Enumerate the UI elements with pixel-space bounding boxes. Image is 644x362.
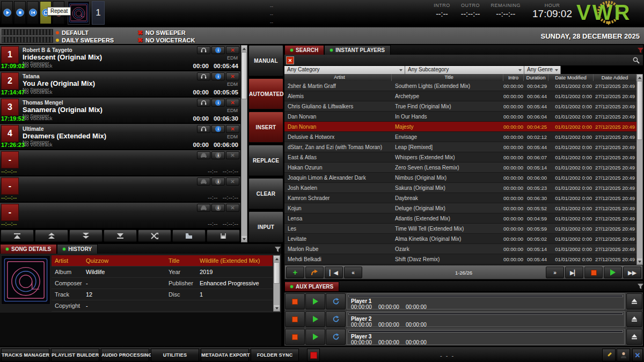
stop-button[interactable] xyxy=(14,1,26,24)
aux-play-button[interactable] xyxy=(305,311,325,327)
table-row[interactable]: 2sher & Martin Graff Southern Lights (Ex… xyxy=(284,81,636,91)
track-info-button[interactable]: i xyxy=(211,99,225,107)
details-scrollbar[interactable] xyxy=(273,255,280,312)
playlist-scrollbar[interactable] xyxy=(241,45,247,242)
user-button[interactable] xyxy=(617,349,630,361)
aux-eject-button[interactable] xyxy=(626,293,642,309)
playlist-item[interactable]: - --:--:-- --:-- --:--:-- i ✕ xyxy=(0,203,240,228)
track-info-button[interactable]: i xyxy=(211,178,225,186)
stop-all-button[interactable] xyxy=(307,349,320,361)
move-down-button[interactable] xyxy=(69,230,103,242)
table-row[interactable]: Marlon Rube Ozark 00:00:00 00:05:14 01/0… xyxy=(284,244,636,254)
column-header-intro[interactable]: Intro xyxy=(503,74,524,81)
scroll-up-icon[interactable] xyxy=(274,256,280,262)
filter-funnel-icon[interactable] xyxy=(638,48,643,53)
next-page-button[interactable]: » xyxy=(546,267,564,278)
table-row[interactable]: Joaquin Limon & Alexander Dark Nimbus (O… xyxy=(284,173,636,183)
aux-eject-button[interactable] xyxy=(626,311,642,327)
mode-button[interactable]: REPLACE xyxy=(248,145,283,176)
remove-track-button[interactable]: ✕ xyxy=(226,151,239,159)
scroll-down-icon[interactable] xyxy=(637,258,642,264)
search-tab[interactable]: INSTANT PLAYERS xyxy=(324,45,391,55)
playlist-item[interactable]: 4 Ultimate Dreamers (Extended Mix) No Sw… xyxy=(0,124,240,150)
aux-stop-button[interactable] xyxy=(285,329,305,345)
playlist-item[interactable]: 2 Tatana You Are (Original Mix) No Sweep… xyxy=(0,71,240,97)
remove-track-button[interactable]: ✕ xyxy=(226,46,239,54)
track-info-button[interactable]: i xyxy=(211,125,225,133)
last-page-button[interactable]: ▶▏ xyxy=(565,267,583,278)
remove-track-button[interactable]: ✕ xyxy=(226,72,239,80)
preview-button[interactable] xyxy=(197,99,210,107)
column-header-date-added[interactable]: Date Added xyxy=(594,74,636,81)
table-row[interactable]: Josh Kaelen Sakura (Original Mix) 00:00:… xyxy=(284,183,636,193)
table-row[interactable]: Kojun Deluge (Original Mix) 00:00:00 00:… xyxy=(284,203,636,213)
playlist-item[interactable]: - --:--:-- --:-- --:--:-- i ✕ xyxy=(0,150,240,176)
remove-track-button[interactable]: ✕ xyxy=(226,125,239,133)
column-header-artist[interactable]: Artist xyxy=(284,74,392,81)
aux-loop-button[interactable] xyxy=(326,329,346,345)
track-info-button[interactable]: i xyxy=(211,204,225,212)
aux-eject-button[interactable] xyxy=(626,329,642,345)
preview-button[interactable] xyxy=(197,125,210,133)
remove-track-button[interactable]: ✕ xyxy=(226,178,239,186)
table-row[interactable]: Kamron Schrader Daybreak 00:00:00 00:06:… xyxy=(284,193,636,203)
filter-dropdown[interactable]: Any Subcategory xyxy=(405,66,524,74)
aux-players-tab[interactable]: AUX PLAYERS xyxy=(284,282,339,291)
play-preview-button[interactable] xyxy=(604,267,622,278)
mode-button[interactable]: CLEAR xyxy=(248,178,283,209)
metadata-export-button[interactable]: METADATA EXPORT xyxy=(201,349,249,361)
exit-button[interactable]: ✕ xyxy=(632,349,643,361)
tracks-manager-button[interactable]: TRACKS MANAGER xyxy=(1,349,49,361)
skip-forward-button[interactable]: ▶▶ xyxy=(623,267,641,278)
aux-stop-button[interactable] xyxy=(285,311,305,327)
playlist-item[interactable]: - --:--:-- --:-- --:--:-- i ✕ xyxy=(0,176,240,202)
table-row[interactable]: Lensa Atlantis (Extended Mix) 00:00:00 0… xyxy=(284,213,636,224)
aux-play-button[interactable] xyxy=(305,329,325,345)
mode-button[interactable]: INPUT xyxy=(248,211,283,242)
scroll-up-icon[interactable] xyxy=(637,75,642,80)
table-row[interactable]: East & Atlas Whispers (Extended Mix) 00:… xyxy=(284,152,636,162)
table-row[interactable]: Alemis Archetype 00:00:00 00:06:44 01/01… xyxy=(284,91,636,101)
track-info-button[interactable]: i xyxy=(211,72,225,80)
scroll-thumb[interactable] xyxy=(241,52,247,99)
track-info-button[interactable]: i xyxy=(211,151,225,159)
previous-track-button[interactable] xyxy=(27,1,39,24)
results-scrollbar[interactable] xyxy=(636,74,643,265)
column-header-date-modified[interactable]: Date Modified xyxy=(548,74,594,81)
playlist-builder-button[interactable]: PLAYLIST BUILDER xyxy=(51,349,99,361)
edit-button[interactable] xyxy=(602,349,616,361)
table-row[interactable]: dStarr, Zan and Ezi (with Tomas Moran) L… xyxy=(284,142,636,152)
scroll-down-icon[interactable] xyxy=(274,305,280,311)
track-info-button[interactable]: i xyxy=(211,46,225,54)
load-playlist-button[interactable] xyxy=(172,230,206,242)
clear-search-button[interactable]: ✕ xyxy=(286,56,294,64)
move-to-top-button[interactable] xyxy=(1,230,34,242)
aux-loop-button[interactable] xyxy=(326,293,346,309)
table-row[interactable]: Hakan Ozurun Zero Seven (Lensa Remix) 00… xyxy=(284,162,636,173)
audio-processing-button[interactable]: AUDIO PROCESSING xyxy=(101,349,149,361)
scroll-thumb[interactable] xyxy=(637,81,642,140)
scroll-up-icon[interactable] xyxy=(241,46,247,51)
scroll-thumb[interactable] xyxy=(274,262,280,284)
playlist-item[interactable]: 1 Robert B & Taygeto Iridescent (Origina… xyxy=(0,45,240,71)
aux-stop-button[interactable] xyxy=(285,293,305,309)
save-playlist-button[interactable] xyxy=(207,230,240,242)
preview-button[interactable] xyxy=(197,46,210,54)
preview-button[interactable] xyxy=(197,72,210,80)
move-up-button[interactable] xyxy=(35,230,68,242)
scroll-down-icon[interactable] xyxy=(241,236,247,242)
table-row[interactable]: Les Time Will Tell (Extended Mix) 00:00:… xyxy=(284,224,636,234)
preview-button[interactable] xyxy=(197,178,210,186)
table-row[interactable]: Chris Giuliano & Liftwalkers True Find (… xyxy=(284,101,636,112)
mode-button[interactable]: AUTOMATED xyxy=(248,78,283,109)
utilities-button[interactable]: UTILITIES xyxy=(151,349,199,361)
aux-play-button[interactable] xyxy=(305,293,325,309)
filter-dropdown[interactable]: Any Genre xyxy=(524,66,561,74)
aux-loop-button[interactable] xyxy=(326,311,346,327)
preview-button[interactable] xyxy=(197,151,210,159)
search-icon[interactable] xyxy=(633,57,640,64)
filter-funnel-icon[interactable] xyxy=(638,284,643,289)
mode-button[interactable]: INSERT xyxy=(248,112,283,143)
column-header-duration[interactable]: Duration xyxy=(524,74,548,81)
table-row[interactable]: Dan Norvan In Our Hands 00:00:00 00:06:0… xyxy=(284,112,636,122)
